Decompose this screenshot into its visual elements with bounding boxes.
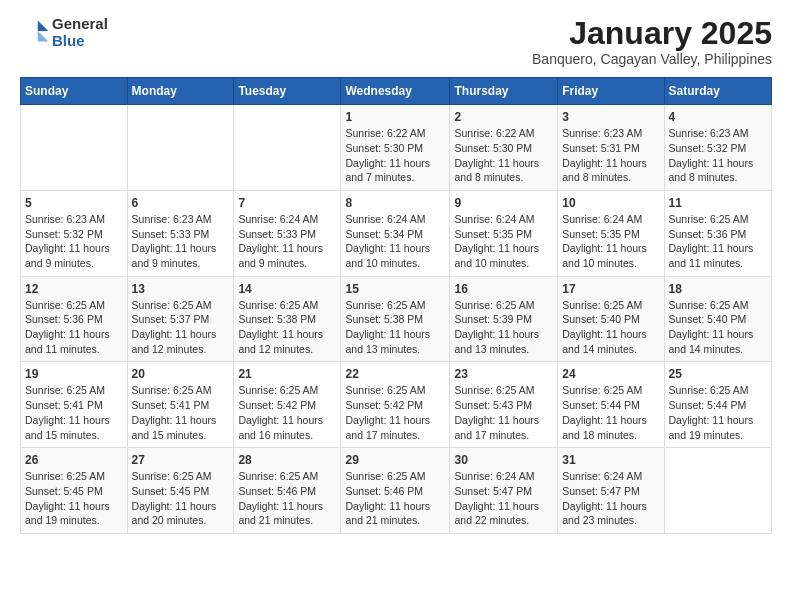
calendar-title: January 2025 [532, 16, 772, 51]
calendar-cell [21, 105, 128, 191]
day-info: Sunrise: 6:24 AMSunset: 5:34 PMDaylight:… [345, 212, 445, 271]
day-info: Sunrise: 6:25 AMSunset: 5:43 PMDaylight:… [454, 383, 553, 442]
day-number: 24 [562, 367, 659, 381]
day-info: Sunrise: 6:24 AMSunset: 5:33 PMDaylight:… [238, 212, 336, 271]
day-info: Sunrise: 6:23 AMSunset: 5:32 PMDaylight:… [669, 126, 767, 185]
day-number: 10 [562, 196, 659, 210]
svg-marker-0 [38, 20, 49, 31]
day-number: 8 [345, 196, 445, 210]
day-info: Sunrise: 6:25 AMSunset: 5:42 PMDaylight:… [345, 383, 445, 442]
calendar-cell: 14Sunrise: 6:25 AMSunset: 5:38 PMDayligh… [234, 276, 341, 362]
day-number: 4 [669, 110, 767, 124]
calendar-cell: 21Sunrise: 6:25 AMSunset: 5:42 PMDayligh… [234, 362, 341, 448]
day-info: Sunrise: 6:25 AMSunset: 5:44 PMDaylight:… [669, 383, 767, 442]
day-number: 3 [562, 110, 659, 124]
calendar-cell: 7Sunrise: 6:24 AMSunset: 5:33 PMDaylight… [234, 190, 341, 276]
day-info: Sunrise: 6:25 AMSunset: 5:40 PMDaylight:… [562, 298, 659, 357]
day-number: 23 [454, 367, 553, 381]
calendar-cell [234, 105, 341, 191]
day-number: 17 [562, 282, 659, 296]
day-number: 11 [669, 196, 767, 210]
day-of-week-header: Tuesday [234, 78, 341, 105]
day-of-week-header: Saturday [664, 78, 771, 105]
day-of-week-header: Friday [558, 78, 664, 105]
day-info: Sunrise: 6:25 AMSunset: 5:45 PMDaylight:… [25, 469, 123, 528]
day-info: Sunrise: 6:25 AMSunset: 5:40 PMDaylight:… [669, 298, 767, 357]
calendar-cell: 11Sunrise: 6:25 AMSunset: 5:36 PMDayligh… [664, 190, 771, 276]
day-info: Sunrise: 6:24 AMSunset: 5:47 PMDaylight:… [454, 469, 553, 528]
day-number: 29 [345, 453, 445, 467]
day-number: 16 [454, 282, 553, 296]
calendar-week-row: 12Sunrise: 6:25 AMSunset: 5:36 PMDayligh… [21, 276, 772, 362]
day-number: 9 [454, 196, 553, 210]
logo-icon [22, 17, 50, 45]
day-info: Sunrise: 6:25 AMSunset: 5:41 PMDaylight:… [25, 383, 123, 442]
calendar-cell [127, 105, 234, 191]
day-info: Sunrise: 6:25 AMSunset: 5:41 PMDaylight:… [132, 383, 230, 442]
calendar-cell: 22Sunrise: 6:25 AMSunset: 5:42 PMDayligh… [341, 362, 450, 448]
calendar-week-row: 5Sunrise: 6:23 AMSunset: 5:32 PMDaylight… [21, 190, 772, 276]
calendar-cell: 31Sunrise: 6:24 AMSunset: 5:47 PMDayligh… [558, 448, 664, 534]
day-info: Sunrise: 6:25 AMSunset: 5:44 PMDaylight:… [562, 383, 659, 442]
logo: General Blue [20, 16, 108, 49]
calendar-cell: 23Sunrise: 6:25 AMSunset: 5:43 PMDayligh… [450, 362, 558, 448]
day-info: Sunrise: 6:25 AMSunset: 5:38 PMDaylight:… [345, 298, 445, 357]
day-number: 13 [132, 282, 230, 296]
day-of-week-header: Wednesday [341, 78, 450, 105]
calendar-cell: 15Sunrise: 6:25 AMSunset: 5:38 PMDayligh… [341, 276, 450, 362]
calendar-cell: 4Sunrise: 6:23 AMSunset: 5:32 PMDaylight… [664, 105, 771, 191]
day-number: 22 [345, 367, 445, 381]
day-number: 2 [454, 110, 553, 124]
day-number: 7 [238, 196, 336, 210]
calendar-cell: 26Sunrise: 6:25 AMSunset: 5:45 PMDayligh… [21, 448, 128, 534]
calendar-cell: 12Sunrise: 6:25 AMSunset: 5:36 PMDayligh… [21, 276, 128, 362]
day-number: 5 [25, 196, 123, 210]
calendar-cell: 9Sunrise: 6:24 AMSunset: 5:35 PMDaylight… [450, 190, 558, 276]
calendar-cell: 6Sunrise: 6:23 AMSunset: 5:33 PMDaylight… [127, 190, 234, 276]
calendar-cell: 18Sunrise: 6:25 AMSunset: 5:40 PMDayligh… [664, 276, 771, 362]
logo-blue: Blue [52, 33, 108, 50]
calendar-cell [664, 448, 771, 534]
day-info: Sunrise: 6:25 AMSunset: 5:38 PMDaylight:… [238, 298, 336, 357]
day-number: 21 [238, 367, 336, 381]
page-header: General Blue January 2025 Banquero, Caga… [20, 16, 772, 67]
day-of-week-header: Sunday [21, 78, 128, 105]
day-number: 31 [562, 453, 659, 467]
day-number: 25 [669, 367, 767, 381]
day-info: Sunrise: 6:25 AMSunset: 5:46 PMDaylight:… [345, 469, 445, 528]
svg-marker-1 [38, 31, 49, 42]
calendar-cell: 25Sunrise: 6:25 AMSunset: 5:44 PMDayligh… [664, 362, 771, 448]
day-info: Sunrise: 6:24 AMSunset: 5:35 PMDaylight:… [562, 212, 659, 271]
calendar-table: SundayMondayTuesdayWednesdayThursdayFrid… [20, 77, 772, 534]
day-info: Sunrise: 6:22 AMSunset: 5:30 PMDaylight:… [345, 126, 445, 185]
calendar-cell: 29Sunrise: 6:25 AMSunset: 5:46 PMDayligh… [341, 448, 450, 534]
calendar-header: SundayMondayTuesdayWednesdayThursdayFrid… [21, 78, 772, 105]
calendar-cell: 27Sunrise: 6:25 AMSunset: 5:45 PMDayligh… [127, 448, 234, 534]
calendar-cell: 20Sunrise: 6:25 AMSunset: 5:41 PMDayligh… [127, 362, 234, 448]
day-info: Sunrise: 6:25 AMSunset: 5:45 PMDaylight:… [132, 469, 230, 528]
day-number: 6 [132, 196, 230, 210]
calendar-subtitle: Banquero, Cagayan Valley, Philippines [532, 51, 772, 67]
calendar-cell: 2Sunrise: 6:22 AMSunset: 5:30 PMDaylight… [450, 105, 558, 191]
day-number: 18 [669, 282, 767, 296]
title-block: January 2025 Banquero, Cagayan Valley, P… [532, 16, 772, 67]
calendar-cell: 13Sunrise: 6:25 AMSunset: 5:37 PMDayligh… [127, 276, 234, 362]
day-info: Sunrise: 6:25 AMSunset: 5:36 PMDaylight:… [669, 212, 767, 271]
day-of-week-header: Monday [127, 78, 234, 105]
calendar-cell: 19Sunrise: 6:25 AMSunset: 5:41 PMDayligh… [21, 362, 128, 448]
calendar-cell: 3Sunrise: 6:23 AMSunset: 5:31 PMDaylight… [558, 105, 664, 191]
calendar-cell: 30Sunrise: 6:24 AMSunset: 5:47 PMDayligh… [450, 448, 558, 534]
calendar-week-row: 19Sunrise: 6:25 AMSunset: 5:41 PMDayligh… [21, 362, 772, 448]
day-info: Sunrise: 6:25 AMSunset: 5:37 PMDaylight:… [132, 298, 230, 357]
day-number: 27 [132, 453, 230, 467]
day-number: 28 [238, 453, 336, 467]
day-number: 20 [132, 367, 230, 381]
day-info: Sunrise: 6:24 AMSunset: 5:35 PMDaylight:… [454, 212, 553, 271]
day-of-week-header: Thursday [450, 78, 558, 105]
day-info: Sunrise: 6:23 AMSunset: 5:31 PMDaylight:… [562, 126, 659, 185]
day-number: 19 [25, 367, 123, 381]
day-number: 12 [25, 282, 123, 296]
calendar-week-row: 1Sunrise: 6:22 AMSunset: 5:30 PMDaylight… [21, 105, 772, 191]
calendar-cell: 28Sunrise: 6:25 AMSunset: 5:46 PMDayligh… [234, 448, 341, 534]
day-number: 1 [345, 110, 445, 124]
